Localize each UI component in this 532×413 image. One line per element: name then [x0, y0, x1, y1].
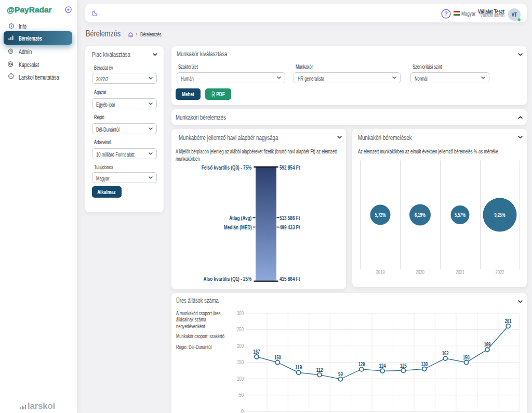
svg-text:167: 167: [254, 349, 260, 355]
svg-text:162: 162: [442, 350, 449, 356]
svg-text:0: 0: [241, 409, 244, 413]
svg-text:5,57%: 5,57%: [455, 212, 466, 218]
svg-text:2019: 2019: [376, 269, 385, 275]
svg-text:130: 130: [421, 361, 428, 367]
svg-text:261: 261: [505, 318, 512, 324]
svg-text:2020: 2020: [416, 269, 424, 275]
svg-text:6,19%: 6,19%: [415, 212, 425, 218]
svg-text:99: 99: [338, 371, 343, 377]
svg-text:?: ?: [444, 10, 448, 17]
svg-text:129: 129: [358, 361, 365, 367]
svg-text:150: 150: [463, 354, 470, 360]
svg-text:2021: 2021: [456, 269, 464, 275]
svg-text:119: 119: [295, 364, 302, 370]
svg-text:5,72%: 5,72%: [375, 212, 386, 218]
svg-text:189: 189: [484, 341, 491, 347]
svg-text:125: 125: [400, 363, 407, 369]
svg-text:150: 150: [274, 354, 281, 360]
svg-text:300: 300: [237, 311, 244, 316]
svg-text:150: 150: [237, 359, 244, 365]
svg-text:124: 124: [379, 363, 386, 369]
svg-text:2022: 2022: [496, 269, 504, 275]
svg-text:112: 112: [316, 367, 323, 373]
svg-text:200: 200: [237, 343, 244, 349]
svg-text:9,25%: 9,25%: [495, 212, 506, 218]
svg-text:250: 250: [237, 327, 244, 332]
svg-text:100: 100: [237, 376, 244, 382]
svg-text:50: 50: [239, 392, 244, 398]
